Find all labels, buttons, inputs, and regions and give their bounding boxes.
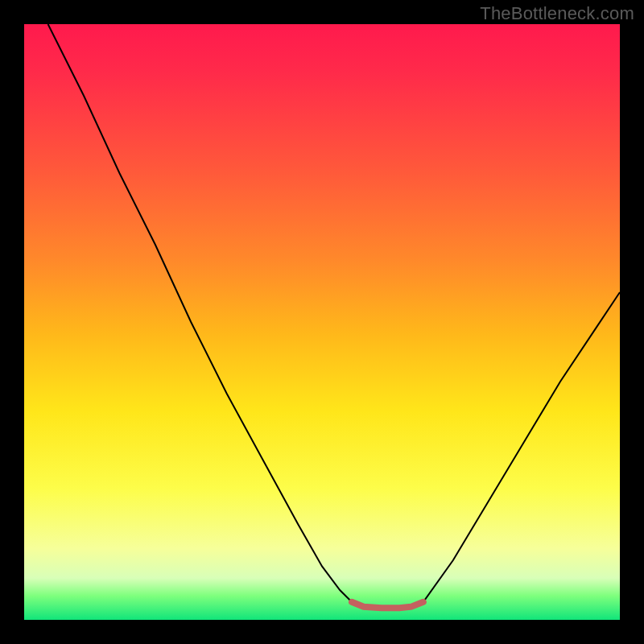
bottleneck-left-curve — [48, 24, 352, 602]
chart-frame: TheBottleneck.com — [0, 0, 644, 644]
plot-area — [24, 24, 620, 620]
watermark-text: TheBottleneck.com — [480, 3, 634, 24]
bottleneck-flat-segment — [352, 602, 423, 608]
curve-layer — [24, 24, 620, 620]
bottleneck-right-curve — [423, 292, 620, 602]
